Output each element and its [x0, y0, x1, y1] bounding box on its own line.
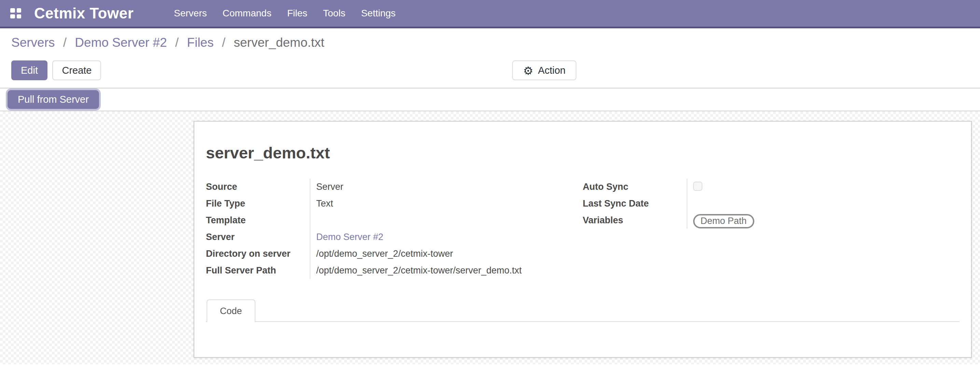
- field-label: File Type: [206, 195, 310, 209]
- nav-item-files[interactable]: Files: [286, 6, 308, 21]
- field-column-left: Source Server File Type Text Template Se…: [206, 178, 583, 279]
- field-value: Text: [310, 195, 583, 212]
- action-menu-button[interactable]: ⚙ Action: [512, 60, 576, 80]
- auto-sync-checkbox[interactable]: [693, 181, 702, 191]
- action-button-label: Action: [538, 65, 566, 76]
- nav-item-servers[interactable]: Servers: [173, 6, 207, 21]
- nav-item-commands[interactable]: Commands: [222, 6, 272, 21]
- breadcrumb-files[interactable]: Files: [187, 35, 214, 49]
- field-row-file-type: File Type Text: [206, 195, 583, 212]
- create-button[interactable]: Create: [52, 60, 101, 80]
- top-navbar: Cetmix Tower Servers Commands Files Tool…: [0, 0, 980, 28]
- record-title: server_demo.txt: [206, 143, 959, 162]
- edit-button[interactable]: Edit: [11, 60, 48, 80]
- breadcrumb-current-file: server_demo.txt: [234, 35, 325, 49]
- field-row-server: Server Demo Server #2: [206, 229, 583, 245]
- form-view-background: server_demo.txt Source Server File Type …: [0, 111, 980, 364]
- field-value: /opt/demo_server_2/cetmix-tower: [310, 245, 583, 262]
- navbar-menu: Servers Commands Files Tools Settings: [173, 6, 396, 21]
- gear-icon: ⚙: [523, 65, 533, 76]
- field-label: Server: [206, 229, 310, 242]
- breadcrumb-separator: /: [222, 35, 225, 49]
- field-label: Auto Sync: [583, 178, 687, 192]
- notebook: Code: [206, 299, 959, 322]
- tab-strip: Code: [206, 299, 959, 322]
- field-row-full-path: Full Server Path /opt/demo_server_2/cetm…: [206, 262, 583, 279]
- nav-item-tools[interactable]: Tools: [322, 6, 346, 21]
- brand-title[interactable]: Cetmix Tower: [34, 5, 134, 22]
- field-value: [687, 195, 960, 212]
- field-row-directory: Directory on server /opt/demo_server_2/c…: [206, 245, 583, 262]
- breadcrumb-separator: /: [175, 35, 178, 49]
- field-label: Variables: [583, 212, 687, 226]
- field-group: Source Server File Type Text Template Se…: [206, 178, 959, 279]
- field-value: [310, 212, 583, 229]
- breadcrumb-servers[interactable]: Servers: [11, 35, 55, 49]
- breadcrumb-separator: /: [63, 35, 67, 49]
- field-row-last-sync: Last Sync Date: [583, 195, 960, 212]
- field-label: Directory on server: [206, 245, 310, 259]
- field-column-right: Auto Sync Last Sync Date Variables Demo …: [583, 178, 960, 279]
- apps-grid-icon[interactable]: [10, 8, 21, 18]
- variable-tag-demo-path: Demo Path: [693, 214, 754, 228]
- field-label: Source: [206, 178, 310, 192]
- field-row-auto-sync: Auto Sync: [583, 178, 960, 195]
- field-row-variables: Variables Demo Path: [583, 212, 960, 229]
- server-link[interactable]: Demo Server #2: [310, 229, 583, 245]
- field-value: /opt/demo_server_2/cetmix-tower/server_d…: [310, 262, 583, 279]
- field-value: Demo Path: [687, 212, 960, 229]
- field-label: Template: [206, 212, 310, 226]
- field-row-source: Source Server: [206, 178, 583, 195]
- breadcrumb-demo-server-2[interactable]: Demo Server #2: [75, 35, 167, 49]
- form-statusbar: Pull from Server: [0, 88, 980, 111]
- field-row-template: Template: [206, 212, 583, 229]
- tab-code[interactable]: Code: [207, 299, 255, 322]
- field-label: Last Sync Date: [583, 195, 687, 209]
- field-value: [687, 178, 960, 195]
- field-label: Full Server Path: [206, 262, 310, 276]
- nav-item-settings[interactable]: Settings: [360, 6, 396, 21]
- button-row: Edit Create ⚙ Action: [11, 60, 969, 80]
- form-sheet: server_demo.txt Source Server File Type …: [194, 121, 972, 358]
- control-panel: Servers / Demo Server #2 / Files / serve…: [0, 28, 980, 88]
- field-value: Server: [310, 178, 583, 195]
- pull-from-server-button[interactable]: Pull from Server: [8, 90, 99, 109]
- breadcrumb: Servers / Demo Server #2 / Files / serve…: [11, 35, 969, 50]
